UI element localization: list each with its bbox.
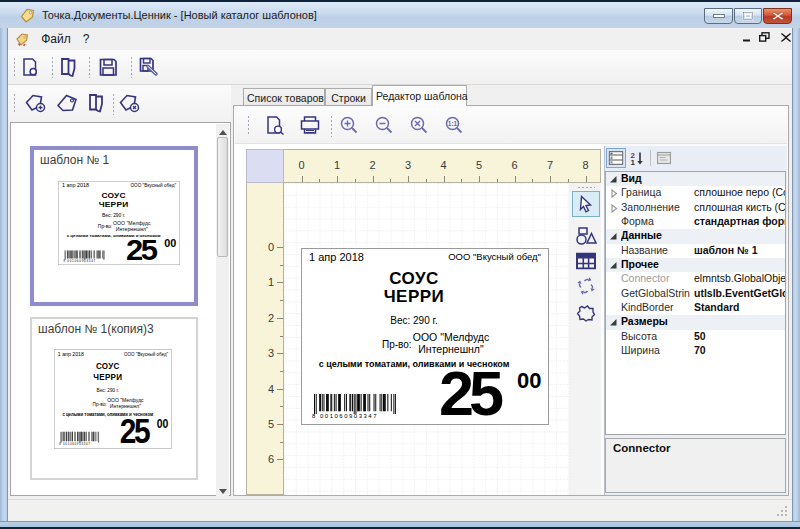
label-producer-label: Пр-во: xyxy=(382,339,412,350)
property-row[interactable]: Граница сплошное перо (Colo xyxy=(606,186,785,200)
add-template-button[interactable] xyxy=(23,90,49,116)
barcode-digits: 8 001060903347 xyxy=(63,259,105,262)
save-button[interactable] xyxy=(95,54,121,80)
open-template-button[interactable] xyxy=(83,90,109,116)
document-icon xyxy=(14,31,30,47)
resize-grip[interactable] xyxy=(776,505,789,518)
mdi-close-button[interactable] xyxy=(777,31,794,46)
shapes-tool-button[interactable] xyxy=(572,223,600,249)
template-panel-toolbar xyxy=(8,85,231,122)
toolbar-gripper[interactable] xyxy=(13,93,16,114)
toolbar-gripper[interactable] xyxy=(13,57,16,78)
toolbar-gripper[interactable] xyxy=(577,186,595,189)
zoom-actual-button[interactable]: 1:1 xyxy=(441,112,467,138)
ruler-tick xyxy=(373,176,374,182)
template-card-1[interactable]: шаблон № 1 1 апр 2018 ООО "Вкусный обед"… xyxy=(30,146,198,306)
window-minimize-button[interactable] xyxy=(704,8,733,24)
polygon-tool-button[interactable] xyxy=(572,300,600,326)
property-row[interactable]: Высота 50 xyxy=(606,330,785,344)
horizontal-ruler: 0 1 2 3 4 5 6 7 8 xyxy=(284,149,601,183)
alphabetical-sort-button[interactable]: 2 1 xyxy=(627,148,647,168)
property-category-row[interactable]: Размеры xyxy=(606,315,785,329)
label-price-integer: 25 xyxy=(120,413,149,449)
category-expander-icon[interactable] xyxy=(608,260,620,271)
design-canvas: 0 1 2 3 4 5 6 7 8 0 1 2 3 4 5 6 xyxy=(235,144,602,495)
toolbar-separator xyxy=(112,93,115,115)
label-producer-value: ООО "МелфудсИнтернешнл" xyxy=(106,396,144,409)
property-description: Connector xyxy=(605,438,786,493)
scroll-up-icon[interactable] xyxy=(216,124,229,137)
print-button[interactable] xyxy=(297,112,323,138)
category-expander-icon[interactable] xyxy=(608,174,620,185)
property-expander-icon[interactable] xyxy=(608,188,620,199)
label-price-integer: 25 xyxy=(126,235,156,265)
template-list-scrollbar[interactable] xyxy=(216,124,229,496)
ruler-tick xyxy=(277,353,283,354)
price-label-design[interactable]: 1 апр 2018 ООО "Вкусный обед" СОУСЧЕРРИ … xyxy=(301,248,549,425)
property-row[interactable]: Форма стандартная форм xyxy=(606,215,785,229)
property-category-row[interactable]: Данные xyxy=(606,229,785,243)
property-category-row[interactable]: Вид xyxy=(606,172,785,186)
toolbar-gripper[interactable] xyxy=(247,115,250,136)
label-date: 1 апр 2018 xyxy=(309,251,364,263)
property-category-row[interactable]: Прочее xyxy=(606,258,785,272)
menu-file[interactable]: Файл xyxy=(38,28,74,50)
property-pages-button[interactable] xyxy=(654,148,674,168)
window-border-bottom xyxy=(0,521,800,529)
move-tool-button[interactable] xyxy=(572,273,600,299)
zoom-cancel-button[interactable] xyxy=(406,112,432,138)
template-card-2[interactable]: шаблон № 1(копия)3 1 апр 2018 ООО "Вкусн… xyxy=(30,317,198,480)
table-tool-button[interactable] xyxy=(572,248,600,274)
select-tool-button[interactable] xyxy=(572,191,600,217)
tab-template-editor[interactable]: Редактор шаблона xyxy=(372,85,467,106)
label-description: с целыми томатами, оливками и чесноком xyxy=(291,359,537,369)
label-price-fraction: 00 xyxy=(517,370,541,392)
ruler-tick xyxy=(568,179,569,182)
vruler-number: 2 xyxy=(268,312,274,324)
ruler-tick xyxy=(515,176,516,182)
scroll-down-icon[interactable] xyxy=(216,483,229,496)
window-restore-button[interactable] xyxy=(734,8,762,24)
menu-help[interactable]: ? xyxy=(74,28,98,50)
mdi-minimize-button[interactable] xyxy=(739,31,756,46)
tab-rows[interactable]: Строки xyxy=(325,88,372,106)
barcode-digits: 8 001060903347 xyxy=(59,442,100,445)
barcode xyxy=(60,431,99,442)
scrollbar-thumb[interactable] xyxy=(217,137,228,257)
delete-template-button[interactable] xyxy=(117,90,143,116)
category-expander-icon[interactable] xyxy=(608,317,620,328)
ruler-tick xyxy=(277,282,283,283)
property-row[interactable]: KindBorder Standard xyxy=(606,301,785,315)
ruler-tick xyxy=(550,176,551,182)
zoom-in-button[interactable] xyxy=(336,112,362,138)
open-catalog-button[interactable] xyxy=(55,54,81,80)
label-product-name: СОУСЧЕРРИ xyxy=(53,191,174,208)
property-row[interactable]: Заполнение сплошная кисть (Co xyxy=(606,201,785,215)
save-as-button[interactable] xyxy=(136,54,162,80)
copy-template-button[interactable] xyxy=(54,90,80,116)
label-producer-label: Пр-во: xyxy=(93,400,107,406)
property-row[interactable]: Connector elmntsb.GlobalObject xyxy=(606,272,785,286)
print-preview-button[interactable] xyxy=(262,112,288,138)
property-description-title: Connector xyxy=(613,442,671,454)
label-product-name: СОУСЧЕРРИ xyxy=(291,270,537,306)
hruler-number: 6 xyxy=(511,159,519,171)
category-expander-icon[interactable] xyxy=(608,231,620,242)
property-row[interactable]: GetGlobalStrin utlslb.EventGetGlo xyxy=(606,287,785,301)
categorized-button[interactable] xyxy=(606,148,626,168)
new-document-button[interactable] xyxy=(17,54,43,80)
grid-area[interactable]: 1 апр 2018 ООО "Вкусный обед" СОУСЧЕРРИ … xyxy=(284,183,569,495)
property-row[interactable]: Ширина 70 xyxy=(606,344,785,358)
barcode-digits: 8 001060903347 xyxy=(312,413,398,419)
barcode xyxy=(314,394,396,414)
property-expander-icon[interactable] xyxy=(608,203,620,214)
label-description: с целыми томатами, оливками и чесноком xyxy=(53,234,174,239)
toolbar-separator xyxy=(130,56,133,78)
property-row[interactable]: Название шаблон № 1 xyxy=(606,244,785,258)
tab-goods-list[interactable]: Список товаров xyxy=(243,88,325,106)
vruler-number: 0 xyxy=(268,241,274,253)
property-grid[interactable]: Вид Граница сплошное перо (Colo Заполнен… xyxy=(605,171,786,435)
zoom-out-button[interactable] xyxy=(371,112,397,138)
window-close-button[interactable] xyxy=(763,8,792,24)
mdi-restore-button[interactable] xyxy=(756,31,773,46)
